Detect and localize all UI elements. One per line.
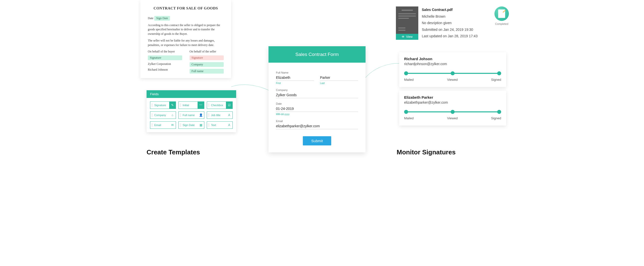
view-label: View [406,35,412,38]
drag-grip-icon [208,113,210,117]
field-chip-full-name[interactable]: Full name👤 [178,111,204,119]
seller-signature-tag[interactable]: Signature [190,55,224,60]
field-chip-label: Initial [183,104,189,107]
signer-name: Elizabeth Parker [404,95,501,99]
contract-template-card: CONTRACT FOR SALE OF GOODS Date Sign Dat… [140,0,231,78]
drag-grip-icon [180,103,181,107]
sales-contract-form: Sales Contract Form Full Name Elizabeth … [268,46,366,152]
last-name-input[interactable]: Parker [320,74,358,81]
date-label: Date [276,102,358,105]
step-mailed: Mailed [404,78,414,81]
field-chip-label: Email [154,124,161,127]
email-label: Email [276,120,358,123]
field-chip-checkbox[interactable]: Checkbox☑ [207,101,233,109]
fields-palette: Fields Signature✎Initial〰Checkbox☑Compan… [146,90,236,132]
email-input[interactable]: elizabethparker@zylker.com [276,123,358,129]
sign-date-field-tag[interactable]: Sign Date [154,16,170,21]
first-name-hint: First [276,82,314,84]
caption-monitor-signatures: Monitor Signatures [397,148,456,156]
buyer-signature-tag[interactable]: Signature [148,55,182,60]
last-name-hint: Last [320,82,358,84]
field-chip-signature[interactable]: Signature✎ [150,101,176,109]
field-chip-icon: 〰 [198,102,204,109]
step-signed: Signed [491,116,501,120]
field-chip-icon: A [226,122,232,129]
step-mailed: Mailed [404,116,414,120]
field-chip-job-title[interactable]: Job titleA [207,111,233,119]
drag-grip-icon [208,103,210,107]
buyer-name: Richard Johnson [148,68,182,72]
field-chip-sign-date[interactable]: Sign Date▦ [178,121,204,129]
document-thumbnail [396,6,418,34]
field-chip-email[interactable]: Email✉ [150,121,176,129]
date-input[interactable]: 01-24-2019 [276,105,358,112]
eye-icon: 👁 [402,35,404,38]
view-button[interactable]: 👁 View [396,34,418,40]
field-chip-icon: 👤 [198,112,204,119]
drag-grip-icon [151,123,153,127]
date-hint: MM-dd-yyyy [276,113,358,116]
buyer-heading: On behalf of the buyer [148,50,182,53]
contract-paragraph-2: The seller will not be liable for any lo… [148,38,224,47]
field-chip-icon: ✎ [169,102,176,109]
document-updated: Last updated on Jan 28, 2019 17:43 [422,33,490,39]
completed-icon [494,6,509,21]
document-description: No desription given [422,20,490,26]
field-chip-icon: ✉ [169,122,176,129]
field-chip-icon: A [226,112,232,119]
signer-name: Richard Johson [404,57,501,61]
document-submitted: Submitted on Jan 24, 2019 19:30 [422,26,490,33]
field-chip-label: Job title [211,114,220,117]
field-chip-icon: ⌂ [169,112,176,119]
document-filename: Sales Contract.pdf [422,6,490,13]
status-label: Completed [493,22,510,25]
drag-grip-icon [151,103,153,107]
form-title: Sales Contract Form [268,46,366,63]
field-chip-label: Company [154,114,166,117]
field-chip-icon: ☑ [226,102,232,109]
drag-grip-icon [180,123,181,127]
company-input[interactable]: Zylker Goods [276,91,358,98]
field-chip-label: Full name [183,114,194,117]
fields-header: Fields [146,90,236,98]
company-label: Company [276,88,358,91]
field-chip-label: Sign Date [183,124,194,127]
caption-create-templates: Create Templates [146,148,200,156]
progress-track [404,110,501,114]
contract-paragraph-1: According to this contract the seller is… [148,23,224,36]
seller-heading: On behalf of the seller [190,50,224,53]
drag-grip-icon [208,123,210,127]
step-signed: Signed [491,78,501,81]
seller-company-tag[interactable]: Company [190,62,224,67]
contract-title: CONTRACT FOR SALE OF GOODS [148,6,224,10]
signer-card: Elizabeth Parker elizabethparker@zylker.… [399,91,506,126]
field-chip-label: Checkbox [211,104,223,107]
full-name-label: Full Name [276,71,358,74]
field-chip-text[interactable]: TextA [207,121,233,129]
document-summary: 👁 View Sales Contract.pdf Michelle Brown… [396,6,510,40]
status-badge: Completed [493,6,510,25]
drag-grip-icon [180,113,181,117]
signer-card: Richard Johson richardjohnson@zylker.com… [399,52,506,87]
field-chip-label: Text [211,124,216,127]
field-chip-initial[interactable]: Initial〰 [178,101,204,109]
field-chip-label: Signature [154,104,166,107]
seller-fullname-tag[interactable]: Full name [190,69,224,74]
progress-track [404,71,501,75]
signer-email: richardjohnson@zylker.com [404,62,501,66]
signer-email: elizabethparker@zylker.com [404,100,501,104]
step-viewed: Viewed [447,78,458,81]
field-chip-company[interactable]: Company⌂ [150,111,176,119]
field-chip-icon: ▦ [198,122,204,129]
drag-grip-icon [151,113,153,117]
document-owner: Michelle Brown [422,13,490,20]
date-label: Date [148,16,154,20]
step-viewed: Viewed [447,116,458,120]
buyer-company: Zylker Corporation [148,62,182,66]
first-name-input[interactable]: Elizabeth [276,74,314,81]
submit-button[interactable]: Submit [303,136,332,145]
